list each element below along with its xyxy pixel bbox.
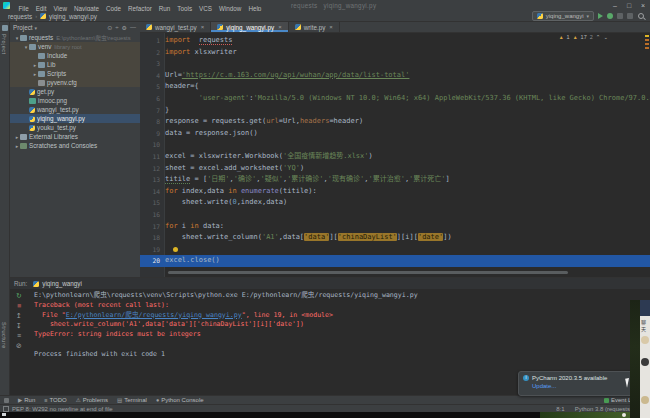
project-header-icon-3[interactable]: — [130,24,136,31]
code-line-19[interactable]: 19 [140,244,650,256]
update-link[interactable]: Update... [532,383,639,389]
chat-label: 聊天 [641,318,650,332]
breadcrumb-project[interactable]: requests [8,13,32,20]
code-line-11[interactable]: 11excel = xlsxwriter.Workbook('全国疫情新增趋势.… [140,151,650,163]
code-editor[interactable]: 1import requests2import xlsxwriter34Url=… [140,33,650,277]
next-error-icon[interactable]: ⌄ [603,34,608,40]
tree-item-youku_test.py[interactable]: youku_test.py [10,123,140,132]
code-segment: url [266,117,279,125]
inspection-widget[interactable]: ▲1 ▲17 2 ⌃ ⌄ [559,34,608,40]
project-header-icon-2[interactable]: ⚙ [122,24,127,31]
code-line-18[interactable]: 18 sheet.write_column('A1',data['data'][… [140,232,650,244]
code-segment: 'user-agent' [199,94,250,102]
tree-item-wangyi_test.py[interactable]: wangyi_test.py [10,105,140,114]
close-button[interactable]: × [636,0,650,11]
run-tab[interactable]: yiqing_wangyi [33,280,82,287]
error-stripe-mark[interactable] [645,39,649,41]
tree-item-External Libraries[interactable]: ▸External Libraries [10,132,140,141]
code-line-17[interactable]: 17for i in data: [140,221,650,233]
error-stripe-mark[interactable] [645,47,649,49]
tree-item-imooc.png[interactable]: imooc.png [10,96,140,105]
editor-tab-wangyi_test.py[interactable]: wangyi_test.py× [140,22,211,32]
line-number: 10 [140,139,165,151]
line-number: 7 [140,105,165,117]
profiler-button[interactable] [627,13,633,19]
chevron-down-icon: ▾ [35,25,38,31]
minimize-button[interactable]: – [608,0,622,11]
search-everywhere-icon[interactable] [637,12,645,20]
project-header-icon-1[interactable]: ÷ [115,24,118,31]
stripe-structure-label[interactable]: Structure [1,322,7,349]
maximize-button[interactable]: □ [622,0,636,11]
line-number: 13 [140,174,165,186]
code-line-9[interactable]: 9data = response.json() [140,128,650,140]
project-panel-title[interactable]: Project [13,24,33,31]
caret-position[interactable]: 8:1 [556,406,564,412]
code-line-5[interactable]: 5header={ [140,81,650,93]
code-line-15[interactable]: 15 sheet.write(0,index,data) [140,197,650,209]
coverage-button[interactable] [617,13,623,19]
run-toolbar-icon-3[interactable]: ↧ [16,322,22,329]
tree-item-Lib[interactable]: ▸Lib [10,60,140,69]
code-line-20[interactable]: 20excel.close() [140,255,650,267]
tree-item-Scratches and Consoles[interactable]: ▸Scratches and Consoles [10,141,140,150]
close-tab-icon[interactable]: × [329,24,333,30]
code-segment: ][i][ [397,233,418,241]
interpreter-indicator[interactable]: Python 3.8 (requests) [575,406,632,412]
tree-item-Scripts[interactable]: ▸Scripts [10,69,140,78]
toolwindow-button-run[interactable]: ▶Run [18,397,35,403]
toolwindow-button-todo[interactable]: ≡TODO [44,397,66,403]
toolwindow-button-python-console[interactable]: ●Python Console [156,397,204,403]
tree-item-Include[interactable]: Include [10,51,140,60]
code-segment: =Url, [279,117,300,125]
window-title: requests yiqing_wangyi.py [291,2,376,9]
project-header-icon-0[interactable]: ⊙ [107,24,112,31]
tree-item-get.py[interactable]: get.py [10,87,140,96]
tree-item-requests[interactable]: ▾requestsE:\pythonlearn\爬虫\requests [10,33,140,42]
tree-item-yiqing_wangyi.py[interactable]: yiqing_wangyi.py [10,114,140,123]
tree-item-venv[interactable]: ▾venvlibrary root [10,42,140,51]
status-message[interactable]: PEP 8: W292 no newline at end of file [12,406,113,412]
code-line-10[interactable]: 10 [140,139,650,151]
code-segment: import [165,48,190,56]
run-toolbar-icon-2[interactable]: ↥ [16,312,22,319]
run-configuration-select[interactable]: yiqing_wangyi ▾ [532,11,594,21]
project-stripe-icon[interactable] [2,25,8,31]
error-stripe-mark[interactable] [645,35,649,37]
editor-tab-yiqing_wangyi.py[interactable]: yiqing_wangyi.py× [211,22,288,32]
stripe-project-label[interactable]: Project [1,34,7,55]
code-line-4[interactable]: 4Url='https://c.m.163.com/ug/api/wuhan/a… [140,70,650,82]
close-tab-icon[interactable]: × [201,24,205,30]
editor-tab-write.py[interactable]: write.py× [289,22,340,32]
run-toolbar-icon-0[interactable]: ↻ [16,292,22,299]
error-stripe-mark[interactable] [645,43,649,45]
toolwindow-button-problems[interactable]: ⚠Problems [76,397,108,403]
code-line-7[interactable]: 7} [140,105,650,117]
traceback-file-link[interactable]: E:/pythonlearn/爬虫/requests/yiqing_wangyi… [66,311,242,319]
code-line-12[interactable]: 12sheet = excel.add_worksheet('YQ') [140,163,650,175]
breadcrumb-file[interactable]: yiqing_wangyi.py [49,13,97,20]
code-line-13[interactable]: 13titile = ['日期','确诊','疑似','累计确诊','现有确诊'… [140,174,650,186]
code-line-16[interactable]: 16 [140,209,650,221]
debug-button[interactable] [607,13,613,19]
code-line-3[interactable]: 3 [140,58,650,70]
run-toolbar-icon-4[interactable]: ≡ [17,332,21,339]
prev-error-icon[interactable]: ⌃ [596,34,601,40]
run-toolbar-icon-1[interactable]: ■ [17,302,21,309]
code-segment: '现有确诊' [328,175,364,183]
code-line-8[interactable]: 8response = requests.get(url=Url,headers… [140,116,650,128]
run-button[interactable] [598,13,603,19]
code-line-6[interactable]: 6 'user-agent':'Mozilla/5.0 (Windows NT … [140,93,650,105]
close-tab-icon[interactable]: × [278,24,282,30]
code-segment: excel.close() [165,256,220,264]
intention-bulb-icon[interactable] [173,247,178,252]
tree-item-pyvenv.cfg[interactable]: pyvenv.cfg [10,78,140,87]
run-toolbar-icon-5[interactable]: ⊘ [16,342,22,349]
line-number: 11 [140,151,165,163]
toolwindow-button-terminal[interactable]: ▤Terminal [117,397,147,403]
update-notification[interactable]: i PyCharm 2020.3.5 available Update... [518,371,640,396]
code-line-14[interactable]: 14for index,data in enumerate(titile): [140,186,650,198]
horizontal-scrollbar[interactable] [168,271,568,274]
tool-window-buttons: ▶Run≡TODO⚠Problems▤Terminal●Python Conso… [9,397,204,403]
code-line-2[interactable]: 2import xlsxwriter [140,47,650,59]
